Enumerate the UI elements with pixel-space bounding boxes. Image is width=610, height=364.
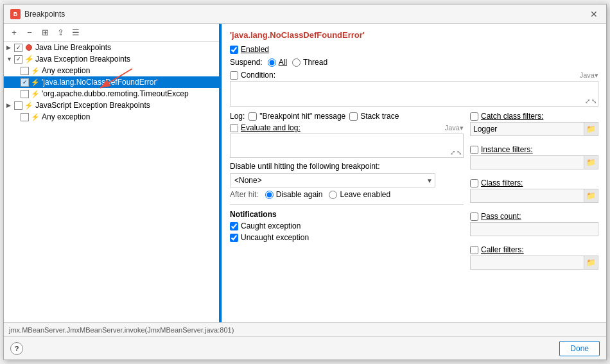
class-filters-header: Class filters: bbox=[470, 178, 598, 187]
leave-enabled-label[interactable]: Leave enabled bbox=[329, 190, 390, 199]
eval-expand-2[interactable]: ⤡ bbox=[457, 149, 462, 156]
pass-count-label: Pass count: bbox=[481, 212, 521, 221]
tree-item-js-any[interactable]: ⚡ Any exception bbox=[4, 111, 222, 123]
dialog-icon: B bbox=[10, 9, 21, 19]
checkbox-java-line[interactable] bbox=[14, 44, 22, 52]
label-timeout: 'org.apache.dubbo.remoting.TimeoutExcep bbox=[42, 89, 189, 98]
suspend-all-radio[interactable] bbox=[268, 58, 276, 67]
instance-filters-checkbox[interactable] bbox=[470, 146, 478, 154]
right-panel: 'java.lang.NoClassDefFoundError' Enabled… bbox=[222, 24, 606, 322]
label-java-exception: Java Exception Breakpoints bbox=[35, 55, 130, 64]
add-breakpoint-button[interactable]: + bbox=[8, 26, 21, 39]
done-button[interactable]: Done bbox=[559, 341, 600, 356]
suspend-all-text: All bbox=[279, 58, 287, 67]
menu-button[interactable]: ☰ bbox=[69, 26, 82, 39]
disable-dropdown[interactable]: <None> bbox=[230, 173, 435, 187]
disable-again-label[interactable]: Disable again bbox=[265, 190, 323, 199]
two-col-area: Log: "Breakpoint hit" message Stack trac… bbox=[230, 112, 598, 273]
group-button[interactable]: ⊞ bbox=[39, 26, 51, 39]
label-noclassdef: 'java.lang.NoClassDefFoundError' bbox=[42, 78, 158, 87]
evaluate-log-label: Evaluate and log: bbox=[241, 123, 301, 132]
suspend-row: Suspend: All Thread bbox=[230, 58, 598, 67]
leave-enabled-text: Leave enabled bbox=[340, 190, 390, 199]
stack-trace-checkbox[interactable] bbox=[349, 112, 358, 121]
catch-class-filters-section: Catch class filters: 📁 bbox=[470, 112, 598, 136]
eval-expand-1[interactable]: ⤢ bbox=[450, 149, 455, 156]
tree-item-java-exception[interactable]: ▼ ⚡ Java Exception Breakpoints bbox=[4, 53, 222, 65]
checkbox-noclassdef[interactable] bbox=[21, 78, 29, 87]
class-filters-checkbox[interactable] bbox=[470, 179, 478, 187]
evaluate-log-checkbox[interactable] bbox=[230, 124, 238, 132]
pass-count-header: Pass count: bbox=[470, 212, 598, 221]
expand-icon-2[interactable]: ⤡ bbox=[591, 98, 597, 105]
suspend-all-label[interactable]: All bbox=[268, 58, 287, 67]
arrow-java-line: ▶ bbox=[6, 44, 14, 51]
suspend-label: Suspend: bbox=[230, 58, 263, 67]
catch-class-filters-btn[interactable]: 📁 bbox=[584, 123, 598, 135]
condition-row: Condition: Java▾ ⤢ ⤡ bbox=[230, 71, 598, 107]
evaluate-log-input[interactable]: ⤢ ⤡ bbox=[230, 134, 464, 158]
uncaught-exception-label[interactable]: Uncaught exception bbox=[230, 233, 464, 242]
caller-filters-input[interactable] bbox=[471, 257, 584, 268]
class-filters-label: Class filters: bbox=[481, 178, 523, 187]
label-any-exception: Any exception bbox=[42, 66, 90, 75]
label-js-any: Any exception bbox=[42, 112, 90, 121]
class-filters-input[interactable] bbox=[471, 190, 584, 202]
arrow-java-exception: ▼ bbox=[6, 56, 14, 62]
tree-item-noclassdef[interactable]: ⚡ 'java.lang.NoClassDefFoundError' bbox=[4, 76, 222, 88]
enabled-checkbox-label[interactable]: Enabled bbox=[230, 45, 269, 54]
breakpoint-title: 'java.lang.NoClassDefFoundError' bbox=[230, 30, 598, 40]
caller-filters-checkbox[interactable] bbox=[470, 246, 478, 254]
checkbox-timeout[interactable] bbox=[21, 90, 29, 98]
caught-exception-label[interactable]: Caught exception bbox=[230, 221, 464, 230]
condition-input-area[interactable]: ⤢ ⤡ bbox=[230, 81, 598, 107]
tree-item-timeout[interactable]: ⚡ 'org.apache.dubbo.remoting.TimeoutExce… bbox=[4, 88, 222, 100]
instance-filters-section: Instance filters: 📁 bbox=[470, 145, 598, 169]
breakpoint-hit-checkbox[interactable] bbox=[248, 112, 257, 121]
breakpoint-hit-label[interactable]: "Breakpoint hit" message bbox=[248, 112, 345, 121]
uncaught-exception-checkbox[interactable] bbox=[230, 234, 238, 242]
log-section: Log: "Breakpoint hit" message Stack trac… bbox=[230, 112, 464, 158]
pass-count-input[interactable] bbox=[471, 223, 598, 235]
caught-exception-checkbox[interactable] bbox=[230, 222, 238, 230]
evaluate-log-checkbox-label[interactable]: Evaluate and log: bbox=[230, 123, 301, 132]
label-java-line: Java Line Breakpoints bbox=[35, 43, 111, 52]
notifications-section: Notifications Caught exception Uncaught … bbox=[230, 204, 464, 242]
stack-trace-label[interactable]: Stack trace bbox=[349, 112, 399, 121]
disable-again-radio[interactable] bbox=[265, 191, 274, 199]
arrow-js-exception: ▶ bbox=[6, 102, 14, 108]
tree-toolbar: + − ⊞ ⇪ ☰ bbox=[4, 24, 222, 42]
enabled-label: Enabled bbox=[241, 45, 269, 54]
suspend-thread-radio[interactable] bbox=[292, 58, 301, 67]
suspend-thread-label[interactable]: Thread bbox=[292, 58, 327, 67]
evaluate-java-label: Java▾ bbox=[445, 124, 464, 132]
breakpoints-tree[interactable]: ▶ Java Line Breakpoints ▼ ⚡ Java Excepti… bbox=[4, 42, 222, 322]
condition-checkbox-label[interactable]: Condition: bbox=[230, 71, 275, 80]
checkbox-any-exception[interactable] bbox=[21, 67, 29, 75]
catch-class-filters-checkbox[interactable] bbox=[470, 112, 478, 121]
checkbox-java-exception[interactable] bbox=[14, 55, 22, 64]
enabled-checkbox[interactable] bbox=[230, 46, 238, 54]
vertical-accent-bar bbox=[219, 24, 222, 322]
tree-item-js-exception[interactable]: ▶ ⚡ JavaScript Exception Breakpoints bbox=[4, 100, 222, 111]
remove-breakpoint-button[interactable]: − bbox=[23, 26, 36, 39]
expand-icon-1[interactable]: ⤢ bbox=[585, 98, 590, 105]
condition-checkbox[interactable] bbox=[230, 71, 238, 80]
log-label: Log: bbox=[230, 112, 245, 121]
class-filters-btn[interactable]: 📁 bbox=[584, 189, 598, 202]
export-button[interactable]: ⇪ bbox=[54, 26, 67, 39]
tree-item-java-line[interactable]: ▶ Java Line Breakpoints bbox=[4, 42, 222, 53]
caller-filters-btn[interactable]: 📁 bbox=[584, 256, 598, 269]
checkbox-js-exception[interactable] bbox=[14, 101, 22, 110]
instance-filters-btn[interactable]: 📁 bbox=[584, 156, 598, 169]
instance-filters-input[interactable] bbox=[471, 157, 584, 168]
checkbox-js-any[interactable] bbox=[21, 113, 29, 121]
tree-item-any-exception[interactable]: ⚡ Any exception bbox=[4, 65, 222, 76]
leave-enabled-radio[interactable] bbox=[329, 191, 337, 199]
catch-class-filters-label: Catch class filters: bbox=[481, 112, 543, 121]
catch-class-filters-input-wrap: 📁 bbox=[470, 122, 598, 136]
help-button[interactable]: ? bbox=[10, 342, 23, 355]
catch-class-filters-input[interactable] bbox=[471, 123, 584, 135]
pass-count-checkbox[interactable] bbox=[470, 212, 478, 221]
close-button[interactable]: ✕ bbox=[588, 8, 600, 20]
